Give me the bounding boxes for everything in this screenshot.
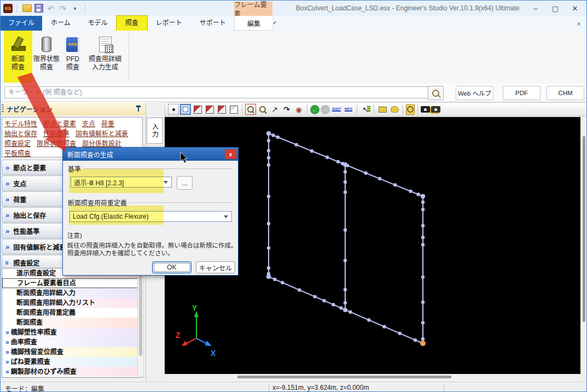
ribbon-button-断面照査[interactable]: 断面照査 [4,31,32,83]
marked-node [420,341,426,346]
tab-ファイル[interactable]: ファイル [1,16,42,31]
dialog-title-bar[interactable]: 断面照査の生成 [63,148,238,161]
nav-item-断面照査用詳細入力[interactable]: 断面照査用詳細入力 [2,288,142,298]
nav-item-断面照査[interactable]: 断面照査 [2,318,142,327]
open-file-button[interactable] [22,3,32,13]
nav-link-性能基準[interactable]: 性能基準 [43,130,69,138]
chevron-down-icon [164,181,168,184]
browse-button[interactable]: ... [177,176,193,190]
tab-照査[interactable]: 照査 [117,16,147,31]
nav-item-断面照査用詳細入力リスト[interactable]: 断面照査用詳細入力リスト [2,298,142,308]
view-top-icon[interactable] [204,104,215,115]
load-definition-combobox[interactable]: Load Cfg.(Elastic Flexure) [69,211,232,222]
view-iso-icon[interactable] [192,104,203,115]
view-wire-icon[interactable] [228,104,239,115]
standard-combobox[interactable]: 道示-Ⅲ H8 [2.2.3] [71,177,172,188]
maximize-button[interactable]: ▢ [546,1,565,16]
save-button[interactable] [34,3,44,13]
nav-list-scrollbar-thumb[interactable] [139,274,142,356]
input-side-tab[interactable]: 入力 [147,118,163,144]
view-toolbar [165,102,587,116]
redo-button[interactable]: ↷ [58,3,68,13]
close-button[interactable]: ✕ [566,1,584,16]
chevron-right-icon: » [5,243,9,250]
snapshot-icon[interactable] [421,106,430,113]
tab-レポート[interactable]: レポート [147,16,191,31]
nav-item-ばね要素照査[interactable]: »ばね要素照査 [2,357,142,367]
section-check-icon [10,37,26,52]
pdf-help-button[interactable]: PDF [503,86,540,100]
nav-link-支点[interactable]: 支点 [82,120,95,128]
undo-button[interactable]: ↶ [46,3,56,13]
pick-icon[interactable] [360,104,371,115]
back-icon[interactable] [310,105,319,114]
ok-button[interactable]: OK [152,261,191,273]
chm-help-button[interactable]: CHM [547,86,584,100]
minimize-button[interactable]: – [526,1,545,16]
snapshot-save-icon[interactable] [431,106,440,113]
nav-item-橋脚残留変位照査[interactable]: »橋脚残留変位照査 [2,347,142,357]
info-icon[interactable] [343,104,354,115]
ribbon-button-PFD照査[interactable]: PFD照査 [61,31,85,83]
cancel-button[interactable]: キャンセル [196,261,235,273]
nav-link-荷重[interactable]: 荷重 [101,120,114,128]
viewport-vertical-scrollbar[interactable] [580,117,587,374]
nav-item-曲率照査[interactable]: »曲率照査 [2,337,142,347]
contextual-tab-group: フレーム要素 [234,2,272,16]
ribbon-button-限界状態照査[interactable]: 限界状態照査 [32,31,61,83]
tab-サポート[interactable]: サポート [191,16,235,31]
nav-item-フレーム要素着目点[interactable]: フレーム要素着目点 [2,278,142,288]
search-button[interactable] [428,86,444,100]
nav-link-部分係数設計[interactable]: 部分係数設計 [82,140,121,148]
navigation-item-list: 道示照査設定フレーム要素着目点断面照査用詳細入力断面照査用詳細入力リスト断面照査… [2,268,143,378]
rotate-center-icon[interactable] [293,104,304,115]
nav-item-断面照査用荷重定義[interactable]: 断面照査用荷重定義 [2,308,142,318]
forward-icon[interactable] [321,105,330,114]
shot-icon[interactable] [331,104,342,115]
open-icon [22,4,32,12]
nav-link-固有値解析と減衰[interactable]: 固有値解析と減衰 [75,130,128,138]
save-icon [34,4,43,13]
nav-item-鋼製部材のひずみ照査[interactable]: »鋼製部材のひずみ照査 [2,367,142,377]
viewport-horizontal-scrollbar[interactable] [165,374,580,382]
rect-select-icon[interactable] [377,104,388,115]
nav-link-平板照査[interactable]: 平板照査 [4,150,31,157]
nav-link-節点と要素[interactable]: 節点と要素 [43,120,76,128]
nav-link-照査設定[interactable]: 照査設定 [4,140,31,148]
dialog-close-button[interactable]: x [225,149,236,159]
tab-edit[interactable]: 編集 [234,16,274,31]
keyword-search-input[interactable] [4,86,431,98]
nav-list-scrollbar[interactable] [137,269,144,377]
app-icon[interactable]: ES [3,4,13,13]
search-icon [432,90,439,97]
ribbon-button-label: 断面 [11,55,25,63]
chevron-down-icon: » [4,260,11,264]
nav-link-抽出と保存[interactable]: 抽出と保存 [4,130,37,138]
tab-モデル[interactable]: モデル [79,16,117,31]
pan-icon[interactable] [269,104,280,115]
nav-item-橋脚塑性率照査[interactable]: »橋脚塑性率照査 [2,327,142,337]
quick-access-dropdown[interactable]: ▾ [70,3,80,13]
viewport-vscroll-thumb[interactable] [583,136,585,322]
nav-link-モデル特性[interactable]: モデル特性 [4,120,37,128]
zoom-region-icon[interactable] [406,104,415,115]
divider [16,4,17,13]
selection-mode-icon[interactable] [168,104,179,115]
fit-view-icon[interactable] [180,104,191,115]
rotate-icon[interactable] [281,104,292,115]
ribbon-collapse-chevron-icon[interactable]: ∧ [577,20,581,27]
lasso-select-icon[interactable] [389,104,400,115]
zoom-out-icon[interactable] [257,104,268,115]
web-help-button[interactable]: Web ヘルプ [456,86,493,100]
zoom-in-icon[interactable] [245,104,256,115]
ribbon-button-照査用詳細入力生成[interactable]: 照査用詳細入力生成 [85,31,125,83]
viewport-hscroll-thumb[interactable] [237,376,451,378]
limit-state-icon [42,37,51,52]
pfd-book-icon [66,37,79,52]
axis-z-label: Z [176,331,181,340]
ribbon-button-label: 照査 [11,63,25,72]
tab-ホーム[interactable]: ホーム [42,16,79,31]
pin-icon[interactable] [136,105,141,112]
view-front-icon[interactable] [216,104,227,115]
nav-link-限界状態照査[interactable]: 限界状態照査 [37,140,76,148]
